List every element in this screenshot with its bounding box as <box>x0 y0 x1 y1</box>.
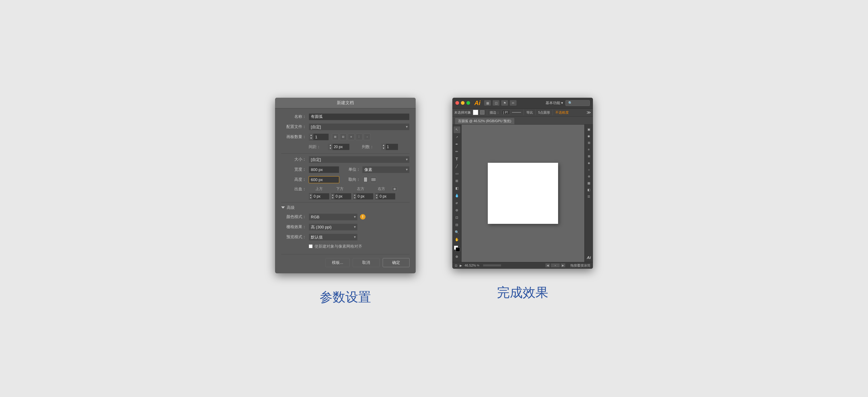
arrange-row-icon[interactable]: ≡ <box>348 133 354 140</box>
ai-icon-btn-3[interactable]: ⚑ <box>501 100 508 106</box>
text-tool[interactable]: T <box>454 156 460 162</box>
panel-icon-2[interactable]: ◉ <box>586 133 592 139</box>
panel-icon-3[interactable]: ⊞ <box>586 140 592 146</box>
artboard-tool[interactable]: ⊡ <box>454 214 460 221</box>
bleed-right-decrement[interactable]: ▼ <box>375 196 378 199</box>
unit-select[interactable]: 像素 <box>362 166 409 173</box>
pen-tool[interactable]: ✒ <box>454 141 460 148</box>
ai-window: Ai ▦ ◫ ⚑ ✏ 基本功能 ▾ 🔍 未选择对象 描边： <box>452 98 593 269</box>
height-input[interactable] <box>309 176 339 183</box>
advanced-header[interactable]: 高级 <box>281 205 409 210</box>
profile-select[interactable]: [自定] <box>309 123 409 130</box>
screen-mode-tool[interactable]: ⊕ <box>454 254 460 260</box>
direct-selection-tool[interactable]: ↗ <box>454 134 460 140</box>
eyedropper-tool[interactable]: 💧 <box>454 192 460 199</box>
panel-icon-4[interactable]: ≡ <box>586 146 592 153</box>
columns-value-input[interactable] <box>386 144 398 150</box>
unit-label: 单位： <box>348 167 360 172</box>
bleed-left-decrement[interactable]: ▼ <box>353 196 356 199</box>
gap-decrement[interactable]: ▼ <box>328 147 333 150</box>
gap-value-input[interactable] <box>333 144 349 150</box>
panel-icon-11[interactable]: ☰ <box>586 194 592 200</box>
artboards-label: 画板数量： <box>281 134 309 139</box>
zoom-slider[interactable] <box>483 264 501 267</box>
arrange-col-icon[interactable]: ⋮ <box>356 133 363 140</box>
bleed-top-increment[interactable]: ▲ <box>309 194 312 196</box>
bleed-bottom-input[interactable] <box>334 193 350 199</box>
nav-next[interactable]: ▶ <box>561 263 565 267</box>
template-button[interactable]: 模板... <box>326 258 350 267</box>
portrait-button[interactable] <box>362 176 369 183</box>
panel-icon-1[interactable]: ▣ <box>586 126 592 133</box>
panel-icon-6[interactable]: ◈ <box>586 160 592 166</box>
bleed-left-input[interactable] <box>356 193 372 199</box>
document-tab[interactable]: 百圆弧 @ 46.52% (RGB/GPU 预览) <box>455 118 515 124</box>
hand-tool[interactable]: ✋ <box>454 236 460 243</box>
columns-decrement[interactable]: ▼ <box>381 147 386 150</box>
color-box-tool[interactable] <box>454 245 460 252</box>
bleed-inputs: ▲ ▼ ▲ ▼ <box>309 193 409 200</box>
panel-icon-7[interactable]: ⟐ <box>586 167 592 173</box>
close-button[interactable] <box>455 101 459 105</box>
stroke-swatch[interactable] <box>480 110 485 114</box>
gap-increment[interactable]: ▲ <box>328 144 333 147</box>
ai-titlebar: Ai ▦ ◫ ⚑ ✏ 基本功能 ▾ 🔍 <box>452 98 593 109</box>
ai-icon-btn-2[interactable]: ◫ <box>493 100 499 106</box>
maximize-button[interactable] <box>466 101 470 105</box>
nav-controls: ◀ ▪ ▶ <box>545 263 565 267</box>
canvas-area <box>462 125 584 262</box>
panel-icon-10[interactable]: ◧ <box>586 187 592 193</box>
ai-search-input[interactable]: 🔍 <box>565 100 590 106</box>
ok-button[interactable]: 确定 <box>383 258 409 267</box>
color-mode-select[interactable]: RGB <box>309 213 358 221</box>
bleed-right-input[interactable] <box>378 193 394 199</box>
bleed-top-input[interactable] <box>312 193 328 199</box>
artboards-value-input[interactable] <box>313 134 329 140</box>
grid-by-col-icon[interactable]: ⊟ <box>340 133 347 140</box>
panel-icon-5[interactable]: ⊠ <box>586 153 592 159</box>
minimize-button[interactable] <box>461 101 465 105</box>
landscape-button[interactable] <box>370 176 377 183</box>
selection-tool[interactable]: ↖ <box>454 126 460 133</box>
pencil-tool[interactable]: ✏ <box>454 148 460 155</box>
size-label: 大小： <box>281 157 309 162</box>
line-tool[interactable]: ╱ <box>454 163 460 170</box>
artboards-increment[interactable]: ▲ <box>309 134 313 137</box>
nav-indicator: ▪ <box>551 263 560 267</box>
columns-increment[interactable]: ▲ <box>381 144 386 147</box>
ai-icon-btn-1[interactable]: ▦ <box>484 100 491 106</box>
ai-icon-btn-4[interactable]: ✏ <box>510 100 517 106</box>
panel-icon-9[interactable]: ▦ <box>586 180 592 186</box>
bleed-label: 出血： <box>281 186 309 192</box>
bleed-right-increment[interactable]: ▲ <box>375 194 378 196</box>
shape-tool[interactable]: ▭ <box>454 170 460 177</box>
grid-by-row-icon[interactable]: ⊞ <box>332 133 339 140</box>
bleed-left-increment[interactable]: ▲ <box>353 194 356 196</box>
fill-swatch[interactable] <box>473 110 478 115</box>
right-to-left-icon[interactable]: → <box>364 133 370 140</box>
workspace-label[interactable]: 基本功能 ▾ <box>546 100 563 106</box>
nav-prev[interactable]: ◀ <box>545 263 550 267</box>
symbol-tool[interactable]: ⊛ <box>454 207 460 214</box>
properties-expand-icon[interactable]: ≫ <box>587 110 591 115</box>
size-select[interactable]: [自定] <box>309 156 409 163</box>
zoom-tool[interactable]: 🔍 <box>454 229 460 236</box>
bleed-link-icon[interactable]: ⊕ <box>392 186 397 192</box>
blend-tool[interactable]: ⌀ <box>454 200 460 206</box>
name-input[interactable] <box>309 113 409 120</box>
width-input[interactable] <box>309 166 339 173</box>
raster-select[interactable]: 高 (300 ppi) <box>309 224 358 231</box>
bleed-bottom-increment[interactable]: ▲ <box>331 194 334 196</box>
artboards-decrement[interactable]: ▼ <box>309 137 313 140</box>
preview-select[interactable]: 默认值 <box>309 234 358 241</box>
pixel-grid-checkbox[interactable] <box>309 244 313 248</box>
panel-icon-8[interactable]: ⊛ <box>586 173 592 179</box>
gradient-tool[interactable]: ◧ <box>454 185 460 192</box>
bleed-bottom-decrement[interactable]: ▼ <box>331 196 334 199</box>
cancel-button[interactable]: 取消 <box>353 258 380 267</box>
transform-tool[interactable]: ⊞ <box>454 178 460 185</box>
bleed-bottom-spin-btns: ▲ ▼ <box>331 194 334 199</box>
stroke-value[interactable]: | P! <box>501 110 510 115</box>
bleed-top-decrement[interactable]: ▼ <box>309 196 312 199</box>
slice-tool[interactable]: ⊟ <box>454 222 460 228</box>
